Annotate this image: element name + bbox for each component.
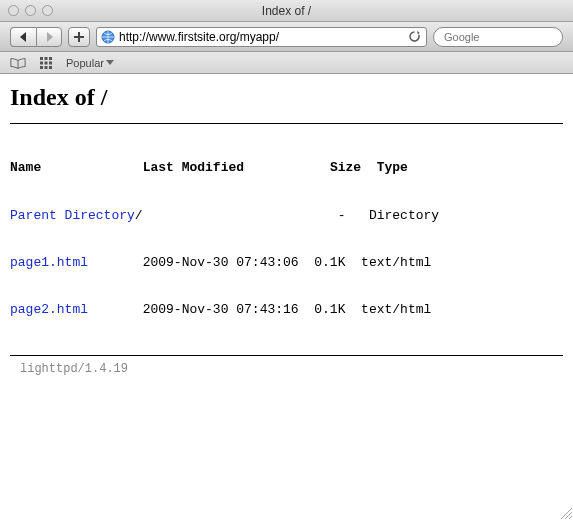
svg-rect-6 <box>49 57 52 60</box>
directory-listing: Name Last Modified Size Type Parent Dire… <box>10 123 563 356</box>
back-icon <box>19 32 28 42</box>
forward-button[interactable] <box>36 27 62 47</box>
search-bar[interactable] <box>433 27 563 47</box>
url-input[interactable] <box>119 30 402 44</box>
traffic-lights <box>8 5 53 16</box>
minimize-window-button[interactable] <box>25 5 36 16</box>
svg-rect-7 <box>40 61 43 64</box>
add-bookmark-button[interactable] <box>68 27 90 47</box>
popular-menu[interactable]: Popular <box>66 57 114 69</box>
svg-rect-9 <box>49 61 52 64</box>
back-button[interactable] <box>10 27 36 47</box>
col-name: Name <box>10 160 41 175</box>
forward-icon <box>45 32 54 42</box>
reload-icon <box>408 30 421 43</box>
listing-row: Parent Directory/ - Directory <box>10 208 563 225</box>
svg-rect-8 <box>45 61 48 64</box>
svg-line-15 <box>569 516 572 519</box>
plus-icon <box>74 32 84 42</box>
open-book-button[interactable] <box>10 57 26 69</box>
server-signature: lighttpd/1.4.19 <box>20 362 563 376</box>
file-link[interactable]: page1.html <box>10 255 88 270</box>
listing-row: page2.html 2009-Nov-30 07:43:16 0.1K tex… <box>10 302 563 319</box>
listing-header: Name Last Modified Size Type <box>10 160 563 175</box>
nav-buttons <box>10 27 62 47</box>
svg-rect-11 <box>45 66 48 69</box>
col-type: Type <box>377 160 408 175</box>
titlebar: Index of / <box>0 0 573 22</box>
zoom-window-button[interactable] <box>42 5 53 16</box>
svg-line-14 <box>565 512 572 519</box>
parent-directory-link[interactable]: Parent Directory <box>10 208 135 223</box>
globe-icon <box>101 30 115 44</box>
reload-button[interactable] <box>406 29 422 45</box>
svg-rect-12 <box>49 66 52 69</box>
top-sites-button[interactable] <box>38 57 54 69</box>
grid-icon <box>40 57 52 69</box>
page-title: Index of / <box>10 84 563 111</box>
svg-rect-4 <box>40 57 43 60</box>
book-icon <box>10 57 26 69</box>
col-modified: Last Modified <box>143 160 244 175</box>
file-link[interactable]: page2.html <box>10 302 88 317</box>
search-input[interactable] <box>444 31 567 43</box>
svg-rect-10 <box>40 66 43 69</box>
page-content: Index of / Name Last Modified Size Type … <box>0 74 573 386</box>
toolbar <box>0 22 573 52</box>
bookmarks-bar: Popular <box>0 52 573 74</box>
window-title: Index of / <box>0 4 573 18</box>
svg-rect-5 <box>45 57 48 60</box>
col-size: Size <box>330 160 361 175</box>
listing-row: page1.html 2009-Nov-30 07:43:06 0.1K tex… <box>10 255 563 272</box>
resize-handle[interactable] <box>557 504 573 520</box>
chevron-down-icon <box>106 60 114 66</box>
address-bar[interactable] <box>96 27 427 47</box>
close-window-button[interactable] <box>8 5 19 16</box>
popular-label: Popular <box>66 57 104 69</box>
